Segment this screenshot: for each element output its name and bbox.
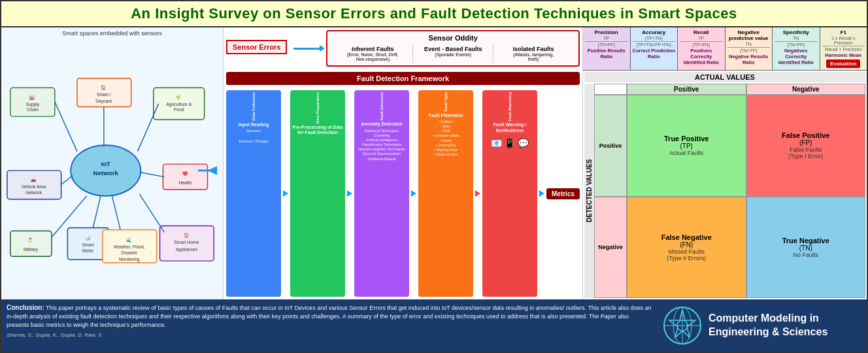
fault-type-event: Event - Based Faults (Sporadic Events) [412, 44, 493, 63]
svg-text:Network: Network [25, 190, 42, 195]
matrix-row-negative: Negative False Negative (FN) Missed Faul… [594, 197, 865, 299]
svg-text:Daycare: Daycare [95, 99, 112, 104]
conclusion-label: Conclusion: [7, 304, 44, 311]
metric-precision: Precision TP (TP+FP) Positive Results Ra… [583, 27, 631, 70]
svg-text:Smart /: Smart / [97, 92, 111, 97]
svg-text:❤️: ❤️ [182, 171, 188, 176]
svg-text:IoT: IoT [101, 160, 110, 167]
svg-line-22 [61, 176, 73, 185]
svg-text:Meter: Meter [82, 248, 94, 253]
matrix-cell-tp: True Positive (TP) Actual Faults [627, 95, 746, 197]
svg-text:Monitoring: Monitoring [119, 257, 140, 262]
svg-text:🏠: 🏠 [184, 232, 190, 238]
pipeline-step-anomaly-detection: Fault Detection Anomaly Detection Statis… [354, 90, 409, 297]
actual-values-header: ACTUAL VALUES [584, 72, 865, 82]
matrix-col-headers: Positive Negative [594, 84, 865, 95]
col-header-negative: Negative [746, 84, 866, 95]
conclusion-text: This paper portrays a systematic review … [7, 305, 652, 328]
journal-panel: Computer Modeling in Engineering & Scien… [658, 299, 867, 352]
svg-text:Disaster: Disaster [121, 250, 138, 255]
svg-line-46 [139, 194, 164, 232]
svg-text:🌊: 🌊 [126, 237, 132, 243]
center-panel: Sensor Errors Sensor Oddity Inherent Fau… [224, 27, 583, 299]
svg-line-41 [112, 196, 121, 230]
svg-text:🌾: 🌾 [176, 94, 182, 100]
pipeline-step-data-collection: Data Collection Input Reading SensorsDev… [226, 90, 281, 297]
author-line: Sharma, S., Gupta, K., Gupta, D. Rani, S [7, 331, 652, 339]
matrix-row-positive: Positive True Positive (TP) Actual Fault… [594, 95, 865, 197]
pipeline-step-data-prep: Data Preparation Pre-Processing of Data … [290, 90, 345, 297]
fault-types: Inherent Faults (Error, Noise, Short, Dr… [333, 44, 573, 63]
svg-text:Vehicle Area: Vehicle Area [22, 184, 46, 189]
page-title: An Insight Survey on Sensor Errors and F… [4, 5, 864, 22]
iot-diagram: IoT Network 🏭 Supply Chain 🏠 Smart / Day… [4, 38, 220, 297]
matrix-right: Positive Negative Positive True Positi [594, 84, 865, 298]
conclusion-panel: Conclusion: This paper portrays a system… [1, 299, 658, 352]
svg-text:🎖️: 🎖️ [27, 237, 33, 243]
svg-line-35 [93, 196, 101, 228]
row-label-negative: Negative [594, 197, 627, 299]
journal-name: Computer Modeling in Engineering & Scien… [709, 312, 861, 339]
svg-text:Smart: Smart [82, 243, 93, 247]
bottom-section: Conclusion: This paper portrays a system… [1, 299, 867, 352]
svg-text:Food: Food [174, 107, 184, 112]
detected-values-label: DETECTED VALUES [584, 84, 594, 298]
evaluation-button[interactable]: Evaluation [826, 59, 860, 68]
row-label-positive: Positive [594, 95, 627, 197]
top-metrics-row: Precision TP (TP+FP) Positive Results Ra… [583, 27, 867, 71]
pipeline: Data Collection Input Reading SensorsDev… [226, 90, 580, 297]
svg-text:📊: 📊 [85, 235, 91, 241]
pipeline-step-fault-reporting: Fault Reporting Fault Warning / Notifica… [482, 90, 537, 297]
metric-accuracy: Accuracy (TP+TN) (TP+TN+FP+FN) Correct P… [631, 27, 678, 70]
matrix-body: DETECTED VALUES Positive Negative [584, 84, 865, 298]
smart-spaces-label: Smart spaces embedded with sensors [62, 30, 162, 37]
main-container: An Insight Survey on Sensor Errors and F… [0, 0, 868, 353]
middle-section: Smart spaces embedded with sensors IoT N… [1, 27, 867, 299]
metric-f1: F1 2 x Recall x Precision Recall + Preci… [820, 27, 867, 70]
matrix-cell-fp: False Positive (FP) False Faults(Type I … [746, 95, 866, 197]
left-panel: Smart spaces embedded with sensors IoT N… [1, 27, 224, 299]
metrics-badge-container: Metrics [546, 90, 580, 297]
col-header-positive: Positive [627, 84, 746, 95]
svg-line-26 [141, 173, 164, 177]
sensor-oddity-label: Sensor Oddity [333, 34, 573, 42]
svg-rect-23 [163, 164, 207, 190]
svg-text:Weather, Flood,: Weather, Flood, [114, 244, 145, 249]
svg-text:Agriculture &: Agriculture & [166, 102, 192, 107]
pipeline-step-fault-filteration: Fault Type Fault Filteration • Outliers•… [418, 90, 473, 297]
fault-type-isolated: Isolated Faults (Attacks, tampering,thef… [493, 44, 573, 63]
matrix-cell-fn: False Negative (FN) Missed Faults(Type I… [627, 197, 746, 299]
journal-logo-svg [663, 306, 702, 345]
svg-text:Health: Health [179, 180, 192, 185]
svg-rect-27 [10, 231, 52, 256]
iot-network-svg: IoT Network 🏭 Supply Chain 🏠 Smart / Day… [4, 38, 220, 297]
matrix-cell-tn: True Negative (TN) No Faults [746, 197, 866, 299]
matrix-rows: Positive True Positive (TP) Actual Fault… [594, 95, 865, 298]
svg-text:Chain: Chain [27, 107, 39, 112]
fault-detection-framework-label: Fault Detection Framework [226, 72, 580, 85]
svg-text:🏠: 🏠 [101, 84, 107, 90]
svg-text:🏭: 🏭 [29, 94, 35, 100]
matrix-corner-label [594, 84, 627, 95]
svg-text:Smart Home: Smart Home [174, 240, 199, 244]
metric-recall: Recall TP (TP+FN) Positives Correctly Id… [678, 27, 726, 70]
svg-line-7 [55, 102, 77, 152]
metric-specificity: Specificity TN (TN+FP) Negatives Correct… [773, 27, 820, 70]
svg-text:Network: Network [93, 169, 119, 176]
svg-text:Appliances: Appliances [176, 247, 198, 252]
confusion-matrix: ACTUAL VALUES DETECTED VALUES Posit [583, 71, 867, 299]
svg-text:🚗: 🚗 [31, 176, 37, 182]
svg-line-17 [137, 104, 158, 152]
right-panel: Precision TP (TP+FP) Positive Results Ra… [583, 27, 867, 299]
sensor-errors-box: Sensor Errors [226, 40, 287, 54]
svg-text:Supply: Supply [25, 102, 39, 107]
fault-type-inherent: Inherent Faults (Error, Noise, Short, Dr… [333, 44, 412, 63]
metrics-badge: Metrics [546, 188, 580, 199]
svg-text:Military: Military [24, 248, 38, 253]
title-bar: An Insight Survey on Sensor Errors and F… [1, 1, 867, 27]
metric-npv: Negative predictive value TN (TN+TP) Neg… [726, 27, 773, 70]
